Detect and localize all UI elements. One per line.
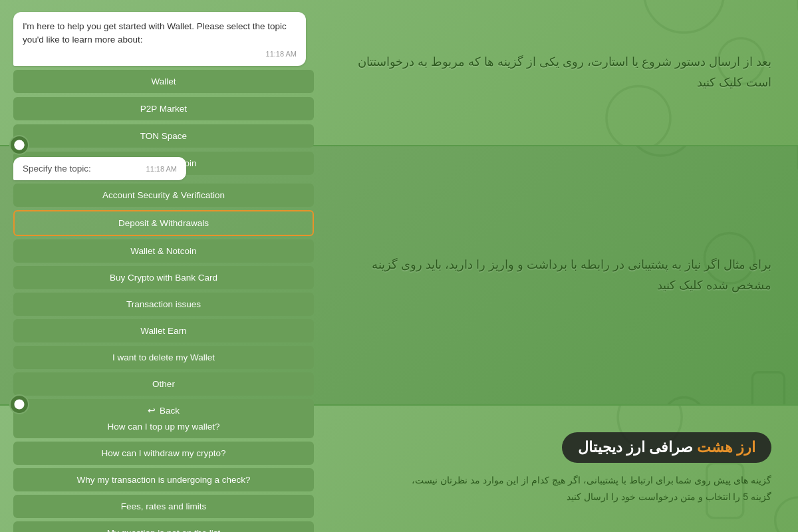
fees-rates-button[interactable]: Fees, rates and limits: [13, 495, 314, 518]
transaction-check-button[interactable]: Why my transaction is undergoing a check…: [13, 468, 314, 491]
panel2-chat-area: Specify the topic: 11:18 AM Account Secu…: [0, 146, 326, 404]
wallet-notcoin2-button[interactable]: Wallet & Notcoin: [13, 239, 314, 263]
intro-bubble-time: 11:18 AM: [23, 50, 297, 58]
avatar-1: [9, 135, 29, 155]
topic-label-text: Specify the topic:: [23, 164, 91, 174]
avatar-icon-2: [13, 398, 25, 410]
panel1-right-text: بعد از ارسال دستور شروع یا استارت، روی ی…: [352, 52, 771, 92]
top-up-button[interactable]: How can I top up my wallet?: [13, 415, 314, 438]
topic-label: Specify the topic: 11:18 AM: [13, 157, 186, 180]
panel-2: Specify the topic: 11:18 AM Account Secu…: [0, 146, 798, 406]
panel3-desc-text: گزینه های پیش روی شما برای ارتباط با پشت…: [406, 472, 771, 505]
panel3-chat-area: How can I top up my wallet? How can I wi…: [0, 406, 326, 532]
main-container: I'm here to help you get started with Wa…: [0, 0, 798, 532]
panel3-right: صرافی ارز دیجیتال ارز هشت گزینه های پیش …: [326, 406, 798, 532]
panel2-right: برای مثال اگر نیاز به پشتیبانی در رابطه …: [326, 146, 798, 404]
avatar-2: [9, 394, 29, 414]
brand-main-text: صرافی ارز دیجیتال: [578, 439, 693, 456]
intro-bubble-text: I'm here to help you get started with Wa…: [23, 20, 297, 47]
not-on-list-button[interactable]: My question is not on the list: [13, 521, 314, 532]
brand-accent-text: ارز هشت: [697, 439, 755, 456]
panel1-right: بعد از ارسال دستور شروع یا استارت، روی ی…: [326, 0, 798, 145]
other-button[interactable]: Other: [13, 372, 314, 396]
ton-space-button[interactable]: TON Space: [13, 124, 314, 148]
buy-crypto-button[interactable]: Buy Crypto with Bank Card: [13, 266, 314, 289]
delete-wallet-button[interactable]: I want to delete my Wallet: [13, 346, 314, 369]
avatar-icon-1: [13, 139, 25, 151]
wallet-button[interactable]: Wallet: [13, 70, 314, 93]
panel-3: How can I top up my wallet? How can I wi…: [0, 406, 798, 532]
panel-1: I'm here to help you get started with Wa…: [0, 0, 798, 146]
panel1-chat-area: I'm here to help you get started with Wa…: [0, 0, 326, 145]
intro-bubble: I'm here to help you get started with Wa…: [13, 12, 306, 66]
account-security-button[interactable]: Account Security & Verification: [13, 184, 314, 207]
p2p-market-button[interactable]: P2P Market: [13, 97, 314, 120]
deposit-withdrawals-button[interactable]: Deposit & Withdrawals: [13, 210, 314, 236]
wallet-earn-button[interactable]: Wallet Earn: [13, 319, 314, 342]
brand-badge: صرافی ارز دیجیتال ارز هشت: [562, 432, 771, 463]
panel2-right-text: برای مثال اگر نیاز به پشتیبانی در رابطه …: [352, 255, 771, 295]
transaction-issues-button[interactable]: Transaction issues: [13, 293, 314, 316]
withdraw-crypto-button[interactable]: How can I withdraw my crypto?: [13, 442, 314, 465]
topic-label-time: 11:18 AM: [146, 165, 177, 173]
